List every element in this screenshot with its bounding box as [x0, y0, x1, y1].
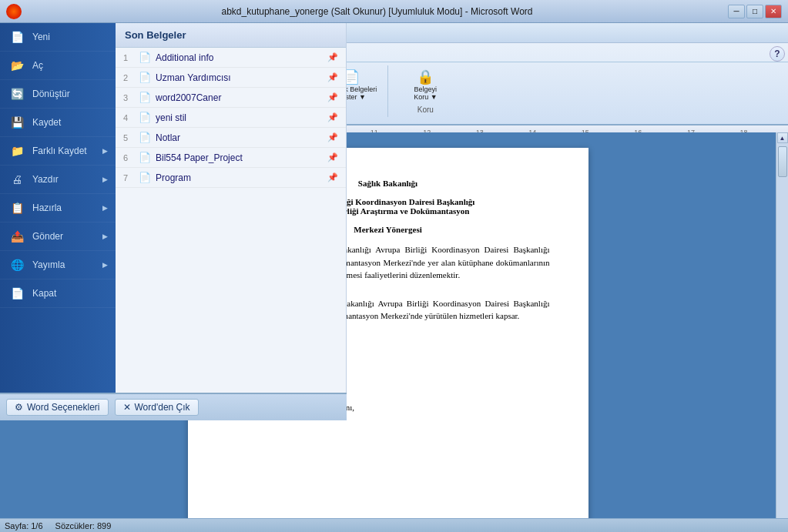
app-icon: [6, 4, 22, 19]
recent-num-3: 3: [123, 93, 134, 102]
recent-pin-4: 📌: [327, 112, 338, 122]
farkli-kaydet-label: Farklı Kaydet: [32, 146, 87, 156]
hazirla-arrow-icon: ▶: [102, 204, 108, 212]
recent-num-2: 2: [123, 73, 134, 82]
recent-pin-6: 📌: [327, 152, 338, 162]
yayimla-arrow-icon: ▶: [102, 261, 108, 269]
farkli-kaydet-icon: 📁: [8, 142, 26, 160]
recent-num-7: 7: [123, 173, 134, 182]
gonder-label: Gönder: [32, 231, 63, 242]
hazirla-label: Hazırla: [32, 202, 62, 213]
exit-icon: ✕: [123, 402, 131, 413]
menu-item-yeni[interactable]: 📄 Yeni: [0, 23, 116, 52]
recent-name-4: yeni stil: [156, 112, 327, 123]
gonder-arrow-icon: ▶: [102, 233, 108, 240]
recent-num-6: 6: [123, 153, 134, 162]
ribbon-group-koru: 🔒 BelgeyiKoru ▼ Koru: [394, 65, 456, 117]
menu-item-yazdir[interactable]: 🖨 Yazdır ▶: [0, 166, 116, 194]
title-bar: abkd_kutuphane_yonerge (Salt Okunur) [Uy…: [0, 0, 788, 23]
yayimla-icon: 🌐: [8, 256, 26, 274]
recent-doc-icon-2: 📄: [139, 72, 151, 83]
recent-panel: Son Belgeler 1 📄 Additional info 📌 2 📄 U…: [116, 23, 347, 393]
maximize-button[interactable]: □: [746, 5, 763, 18]
menu-bottom-bar: ⚙ Word Seçenekleri ✕ Word'den Çık: [0, 393, 347, 420]
recent-pin-1: 📌: [327, 52, 338, 62]
menu-item-ac[interactable]: 📂 Aç: [0, 52, 116, 80]
kaydet-icon: 💾: [8, 113, 26, 132]
recent-num-4: 4: [123, 113, 134, 122]
recent-name-1: Additional info: [156, 52, 327, 63]
recent-name-5: Notlar: [156, 132, 327, 143]
ac-icon: 📂: [8, 56, 26, 75]
window-controls: ─ □ ✕: [728, 5, 782, 18]
koru-content: 🔒 BelgeyiKoru ▼: [409, 65, 441, 104]
recent-item-2[interactable]: 2 📄 Uzman Yardımcısı 📌: [116, 68, 346, 88]
donustur-label: Dönüştür: [32, 89, 70, 99]
recent-doc-icon-5: 📄: [139, 132, 151, 143]
recent-item-7[interactable]: 7 📄 Program 📌: [116, 168, 346, 188]
hazirla-icon: 📋: [8, 199, 26, 217]
recent-doc-icon-7: 📄: [139, 172, 151, 183]
ac-label: Aç: [32, 60, 43, 71]
kapat-label: Kapat: [32, 288, 56, 299]
recent-pin-7: 📌: [327, 172, 338, 182]
scroll-up-button[interactable]: ▲: [777, 132, 788, 143]
options-icon: ⚙: [15, 402, 23, 413]
recent-doc-icon-4: 📄: [139, 112, 151, 123]
recent-item-4[interactable]: 4 📄 yeni stil 📌: [116, 108, 346, 128]
help-button[interactable]: ?: [770, 46, 785, 62]
menu-item-yayimla[interactable]: 🌐 Yayımla ▶: [0, 251, 116, 279]
recent-panel-header: Son Belgeler: [116, 23, 346, 48]
koru-icon: 🔒: [417, 69, 434, 85]
recent-item-3[interactable]: 3 📄 word2007Caner 📌: [116, 88, 346, 108]
yeni-label: Yeni: [32, 32, 50, 42]
recent-item-6[interactable]: 6 📄 Bil554 Paper_Project 📌: [116, 148, 346, 168]
farkli-kaydet-arrow-icon: ▶: [102, 147, 108, 155]
recent-num-1: 1: [123, 53, 134, 62]
menu-item-gonder[interactable]: 📤 Gönder ▶: [0, 223, 116, 251]
options-label: Word Seçenekleri: [27, 402, 100, 413]
window-title: abkd_kutuphane_yonerge (Salt Okunur) [Uy…: [26, 6, 728, 17]
exit-label: Word'den Çık: [135, 402, 190, 413]
recent-pin-3: 📌: [327, 92, 338, 102]
close-button[interactable]: ✕: [765, 5, 782, 18]
recent-name-2: Uzman Yardımcısı: [156, 72, 327, 83]
belgeyi-koru-button[interactable]: 🔒 BelgeyiKoru ▼: [409, 65, 441, 104]
recent-name-7: Program: [156, 172, 327, 183]
office-menu: 📄 Yeni 📂 Aç 🔄 Dönüştür 💾 Kaydet 📁 Farklı…: [0, 23, 116, 393]
recent-num-5: 5: [123, 133, 134, 142]
minimize-button[interactable]: ─: [728, 5, 745, 18]
gonder-icon: 📤: [8, 227, 26, 246]
kapat-icon: 📄: [8, 284, 26, 303]
status-bar: Sayfa: 1/6 Sözcükler: 899: [0, 518, 788, 532]
recent-name-3: word2007Caner: [156, 92, 327, 103]
menu-item-kaydet[interactable]: 💾 Kaydet: [0, 109, 116, 137]
recent-doc-icon-1: 📄: [139, 52, 151, 63]
recent-doc-icon-6: 📄: [139, 152, 151, 163]
yazdir-icon: 🖨: [8, 170, 26, 189]
recent-name-6: Bil554 Paper_Project: [156, 152, 327, 163]
recent-pin-2: 📌: [327, 72, 338, 82]
yazdir-label: Yazdır: [32, 174, 59, 185]
recent-doc-icon-3: 📄: [139, 92, 151, 103]
scroll-thumb[interactable]: [778, 146, 787, 177]
words-status: Sözcükler: 899: [55, 521, 112, 530]
menu-item-farkli-kaydet[interactable]: 📁 Farklı Kaydet ▶: [0, 137, 116, 166]
yeni-icon: 📄: [8, 28, 26, 46]
page-status: Sayfa: 1/6: [5, 521, 43, 530]
menu-item-hazirla[interactable]: 📋 Hazırla ▶: [0, 194, 116, 223]
recent-item-1[interactable]: 1 📄 Additional info 📌: [116, 48, 346, 68]
koru-label: Koru: [417, 104, 434, 114]
donustur-icon: 🔄: [8, 85, 26, 103]
recent-item-5[interactable]: 5 📄 Notlar 📌: [116, 128, 346, 148]
wordden-cik-button[interactable]: ✕ Word'den Çık: [115, 399, 199, 416]
vertical-scrollbar: ▲ ▼: [776, 132, 788, 532]
yayimla-label: Yayımla: [32, 259, 65, 270]
kaydet-label: Kaydet: [32, 117, 61, 128]
word-secenekleri-button[interactable]: ⚙ Word Seçenekleri: [6, 399, 109, 416]
yazdir-arrow-icon: ▶: [102, 176, 108, 183]
menu-item-kapat[interactable]: 📄 Kapat: [0, 279, 116, 308]
menu-item-donustur[interactable]: 🔄 Dönüştür: [0, 80, 116, 109]
recent-pin-5: 📌: [327, 132, 338, 142]
